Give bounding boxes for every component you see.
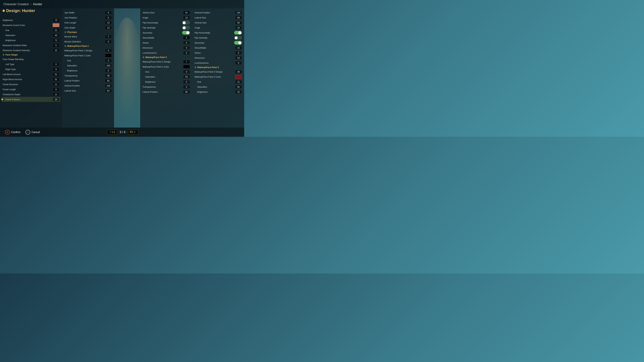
row-makeup2-design[interactable]: Makeup/Face Paint 2 Design 7	[142, 59, 191, 64]
value-brightness-m1[interactable]: 0	[105, 69, 112, 72]
section-makeup-3[interactable]: ⚙ Makeup/Face Paint 3	[194, 65, 243, 69]
row-dimension-m1[interactable]: Dimension 0	[142, 45, 191, 50]
toggle-flip-vertically-m2[interactable]	[234, 36, 242, 39]
row-luminescence-m1[interactable]: Luminescence 0	[142, 50, 191, 55]
value-transparency-m1[interactable]: 38	[105, 74, 112, 77]
row-hue-1[interactable]: Hue 21	[2, 28, 60, 33]
swatch-makeup3[interactable]	[235, 75, 242, 79]
row-angle-m1[interactable]: Angle 10	[142, 15, 191, 20]
r1-button[interactable]: R1 》	[128, 130, 138, 135]
value-jaw-width[interactable]: 8	[105, 11, 112, 14]
row-hue-m2[interactable]: Hue 0	[142, 69, 191, 74]
value-lateral-position-m1[interactable]: 82	[105, 79, 112, 82]
value-dimension-m2[interactable]: 10	[235, 56, 242, 60]
value-cheekbone-depth[interactable]: 11	[53, 93, 59, 96]
value-chin-length[interactable]: 13	[105, 21, 112, 24]
row-angle-m2[interactable]: Angle 10	[194, 25, 243, 30]
row-transparency-m1[interactable]: Transparency 38	[64, 73, 113, 78]
value-vertical-position-m1[interactable]: 126	[105, 84, 112, 87]
value-lateral-size-m1[interactable]: 64	[105, 89, 112, 92]
row-muscle-definition[interactable]: Muscle Definition 0	[64, 39, 113, 44]
swatch-makeup1[interactable]	[105, 54, 112, 57]
row-sheen-m2[interactable]: Sheen 0	[194, 50, 243, 55]
row-mustache-gradient-ratio[interactable]: Mustache Gradient Ratio 5	[2, 43, 60, 48]
row-flip-vertically-m1[interactable]: Flip Vertically	[142, 25, 191, 30]
confirm-button[interactable]: ✕ Confirm	[5, 130, 20, 135]
value-sheen-m2[interactable]: 0	[235, 51, 242, 55]
l1-button[interactable]: 《 L1	[107, 130, 117, 135]
toggle-flip-horizontally-m1[interactable]	[182, 21, 190, 24]
value-hue-1[interactable]: 21	[53, 28, 59, 32]
row-left-type[interactable]: Left Type 0	[2, 62, 60, 67]
row-left-blend-amount[interactable]: Left Blend Amount 51	[2, 72, 60, 77]
value-jaw-rotation[interactable]: 6	[105, 16, 112, 19]
row-makeup3-design[interactable]: Makeup/Face Paint 3 Design 39	[194, 69, 243, 74]
row-saturation-1[interactable]: Saturation 40	[2, 33, 60, 38]
row-brightness[interactable]: Brightness 75	[2, 17, 60, 23]
row-makeup1-design[interactable]: Makeup/Face Paint 1 Design 3	[64, 48, 113, 53]
row-gloss-matte-m2[interactable]: Gloss/Matte 10	[194, 45, 243, 50]
swatch-makeup2[interactable]	[183, 65, 190, 68]
value-makeup1-design[interactable]: 3	[105, 49, 112, 52]
value-lateral-size-m2[interactable]: 69	[235, 16, 242, 19]
value-vertical-size-m1[interactable]: 64	[183, 11, 190, 14]
value-transparency-m2[interactable]: 0	[183, 85, 190, 89]
value-gloss-matte-m1[interactable]: 5	[183, 36, 190, 39]
row-jaw-width[interactable]: Jaw Width 8	[64, 10, 113, 15]
row-lateral-position-m1[interactable]: Lateral Position 82	[64, 78, 113, 83]
value-muscle-mass[interactable]: 7	[105, 35, 112, 38]
row-vertical-size-m2[interactable]: Vertical Size 60	[194, 20, 243, 25]
value-angle-m2[interactable]: 10	[235, 26, 242, 29]
value-lateral-position-m2[interactable]: 85	[183, 90, 190, 94]
value-vertical-position-m2[interactable]: 130	[235, 11, 242, 14]
section-physique[interactable]: ⚙ Physique	[64, 30, 113, 34]
toggle-symmetry-m2[interactable]	[234, 41, 242, 44]
row-transparency-m2[interactable]: Transparency 0	[142, 84, 191, 89]
value-facial-structure[interactable]: 11	[53, 83, 59, 86]
cancel-button[interactable]: ○ Cancel	[26, 130, 40, 135]
section-makeup-2[interactable]: ⚙ Makeup/Face Paint 2	[142, 55, 191, 59]
row-symmetry-m1[interactable]: Symmetry	[142, 30, 191, 35]
value-sheen-m1[interactable]: 0	[183, 41, 190, 44]
value-luminescence-m1[interactable]: 0	[183, 51, 190, 55]
row-lateral-size-m2[interactable]: Lateral Size 69	[194, 15, 243, 20]
section-face-shape[interactable]: ⚙ Face Shape	[2, 53, 60, 57]
row-facial-length[interactable]: Facial Length 9	[2, 87, 60, 92]
row-saturation-m2[interactable]: Saturation 53	[142, 74, 191, 79]
row-luminescence-m2[interactable]: Luminescence 0	[194, 60, 243, 65]
value-mustache-gradient-intensity[interactable]: 10	[53, 49, 59, 52]
value-right-blend-amount[interactable]: 31	[53, 78, 59, 81]
value-chin-depth[interactable]: 13	[105, 26, 112, 29]
value-dimension-m1[interactable]: 0	[183, 46, 190, 50]
row-right-blend-amount[interactable]: Right Blend Amount 31	[2, 77, 60, 82]
row-saturation-m3[interactable]: Saturation 92	[194, 84, 243, 89]
value-cheek-fullness[interactable]: 10	[53, 98, 59, 101]
value-right-type[interactable]: 9	[53, 67, 59, 71]
row-vertical-size-m1[interactable]: Vertical Size 64	[142, 10, 191, 15]
row-vertical-position-m2[interactable]: Vertical Position 130	[194, 10, 243, 15]
toggle-symmetry-m1[interactable]	[182, 31, 190, 34]
row-mustache-accent-color[interactable]: Mustache Accent Color	[2, 23, 60, 28]
row-hue-m1[interactable]: Hue 3	[64, 58, 113, 63]
row-vertical-position-m1[interactable]: Vertical Position 126	[64, 83, 113, 88]
row-muscle-mass[interactable]: Muscle Mass 7	[64, 34, 113, 39]
value-left-type[interactable]: 0	[53, 62, 59, 66]
row-sheen-m1[interactable]: Sheen 0	[142, 40, 191, 45]
row-makeup1-color[interactable]: Makeup/Face Paint 1 Color	[64, 53, 113, 58]
row-cheek-fullness[interactable]: Cheek Fullness 10	[2, 97, 60, 102]
row-brightness-m2[interactable]: Brightness 0	[142, 79, 191, 84]
row-chin-depth[interactable]: Chin Depth 13	[64, 25, 113, 30]
value-brightness[interactable]: 75	[53, 18, 59, 22]
row-hue-m3[interactable]: Hue 11	[194, 79, 243, 84]
value-luminescence-m2[interactable]: 0	[235, 61, 242, 65]
value-brightness-1[interactable]: 72	[53, 38, 59, 42]
row-chin-length[interactable]: Chin Length 13	[64, 20, 113, 25]
row-lateral-position-m2[interactable]: Lateral Position 85	[142, 89, 191, 94]
row-makeup3-color[interactable]: Makeup/Face Paint 3 Color	[194, 74, 243, 79]
value-gloss-matte-m2[interactable]: 10	[235, 46, 242, 50]
value-facial-length[interactable]: 9	[53, 88, 59, 91]
row-brightness-m1[interactable]: Brightness 0	[64, 68, 113, 73]
value-saturation-m1[interactable]: 100	[105, 64, 112, 67]
value-hue-m2[interactable]: 0	[183, 70, 190, 73]
toggle-flip-horizontally-m2[interactable]	[234, 31, 242, 34]
